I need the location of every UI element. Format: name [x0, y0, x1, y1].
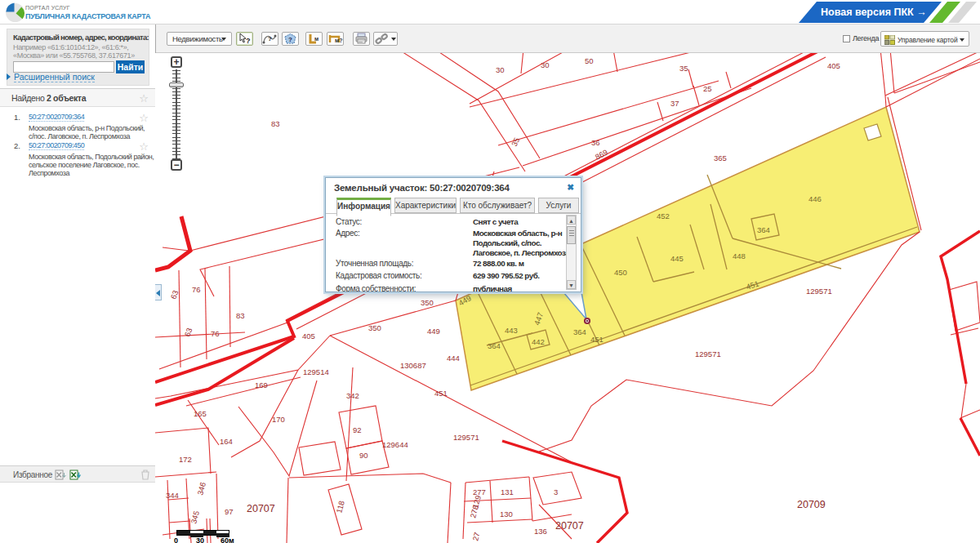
svg-text:35: 35: [679, 64, 688, 73]
svg-text:76: 76: [211, 329, 220, 338]
svg-text:350: 350: [421, 298, 434, 307]
svg-text:451: 451: [590, 335, 604, 344]
svg-text:131: 131: [501, 487, 514, 496]
svg-text:30: 30: [541, 60, 550, 69]
svg-text:130: 130: [500, 510, 513, 519]
svg-text:97: 97: [225, 507, 234, 516]
svg-text:20709: 20709: [797, 499, 826, 510]
svg-text:169: 169: [255, 381, 268, 389]
svg-text:90: 90: [359, 451, 368, 460]
svg-text:129514: 129514: [303, 367, 329, 376]
svg-text:444: 444: [447, 354, 460, 363]
svg-text:172: 172: [179, 455, 192, 464]
svg-text:27: 27: [470, 531, 481, 541]
svg-text:63: 63: [169, 289, 180, 300]
svg-text:405: 405: [302, 332, 315, 340]
svg-text:?: ?: [246, 37, 251, 45]
svg-text:446: 446: [808, 194, 822, 203]
svg-text:449: 449: [427, 327, 440, 336]
svg-text:350: 350: [368, 323, 381, 332]
svg-text:136: 136: [534, 527, 547, 536]
svg-text:451: 451: [434, 389, 448, 398]
svg-text:20707: 20707: [555, 520, 584, 532]
svg-text:346: 346: [195, 481, 207, 496]
svg-text:450: 450: [614, 268, 627, 277]
svg-text:83: 83: [271, 119, 280, 128]
svg-text:36: 36: [591, 138, 600, 147]
svg-text:365: 365: [714, 154, 727, 162]
svg-text:50: 50: [585, 56, 594, 65]
svg-text:20707: 20707: [247, 503, 275, 514]
svg-text:448: 448: [733, 251, 746, 260]
svg-text:118: 118: [334, 500, 346, 514]
svg-text:364: 364: [488, 341, 501, 350]
svg-text:35: 35: [510, 136, 521, 148]
svg-text:30: 30: [496, 65, 505, 74]
svg-text:?: ?: [288, 36, 292, 43]
svg-text:364: 364: [757, 225, 770, 234]
svg-text:92: 92: [353, 425, 362, 434]
svg-text:25: 25: [703, 84, 712, 93]
svg-text:3: 3: [554, 487, 558, 496]
svg-text:405: 405: [827, 61, 840, 70]
svg-text:445: 445: [670, 254, 684, 263]
svg-text:76: 76: [192, 285, 201, 294]
svg-text:364: 364: [573, 327, 586, 336]
svg-text:165: 165: [194, 409, 207, 418]
svg-text:?: ?: [268, 35, 272, 42]
svg-text:129571: 129571: [806, 287, 832, 296]
svg-text:37: 37: [670, 99, 679, 108]
svg-text:83: 83: [236, 311, 245, 320]
svg-text:345: 345: [189, 510, 201, 524]
svg-text:м?: м?: [335, 38, 342, 43]
svg-text:63: 63: [183, 327, 194, 338]
svg-text:443: 443: [505, 326, 518, 335]
svg-text:442: 442: [532, 337, 545, 346]
svg-text:164: 164: [220, 437, 233, 446]
svg-text:129571: 129571: [695, 349, 721, 358]
svg-text:170: 170: [272, 415, 285, 424]
svg-text:м: м: [314, 36, 318, 42]
svg-text:452: 452: [657, 211, 670, 220]
svg-text:130687: 130687: [400, 361, 426, 370]
svg-text:344: 344: [166, 491, 179, 500]
svg-text:129571: 129571: [453, 433, 479, 442]
svg-text:129644: 129644: [382, 440, 408, 449]
svg-text:342: 342: [346, 391, 359, 400]
